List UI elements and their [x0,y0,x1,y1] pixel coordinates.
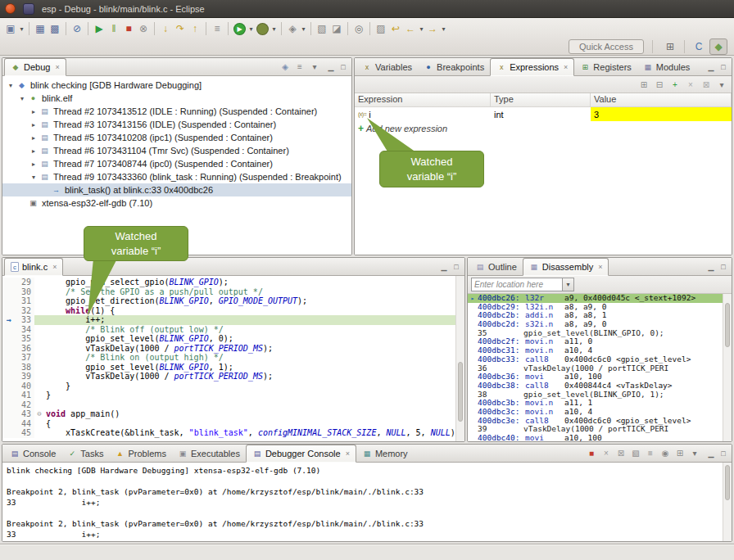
remove-launch-icon[interactable]: × [600,447,613,460]
editor-line[interactable]: 29 gpio_pad_select_gpio(BLINK_GPIO); [2,278,464,287]
editor-line[interactable]: 39 vTaskDelay(1000 / portTICK_PERIOD_MS)… [2,372,464,382]
debug-tree-item[interactable]: ▾●blink.elf [2,92,351,105]
column-header[interactable]: Type [491,93,591,106]
minimize-view-icon[interactable]: ▁ [326,63,336,71]
external-tools-icon[interactable]: ◈ [285,21,300,36]
scrollbar-thumb[interactable] [725,303,730,347]
tree-twisty-icon[interactable]: ▸ [29,121,39,129]
debug-icon[interactable] [256,23,269,35]
save-icon[interactable]: ▦ [33,21,48,36]
open-perspective-icon[interactable]: ⊞ [661,38,679,55]
debug-tree-item[interactable]: ▸▤Thread #5 1073410208 (ipc1) (Suspended… [2,131,351,144]
tab-variables[interactable]: xVariables [356,58,418,75]
close-tab-icon[interactable]: × [564,63,568,71]
editor-line[interactable]: 30 /* Set the GPIO as a push/pull output… [2,287,464,297]
debug-perspective-icon[interactable]: ◆ [709,38,727,55]
debug-tree-item[interactable]: ▾▤Thread #9 1073433360 (blink_task : Run… [2,170,351,183]
disassembly-line[interactable]: 400dbc40:movia10, 100 [468,434,732,441]
editor-scrollbar[interactable] [455,276,464,441]
step-over-icon[interactable]: ↷ [173,21,188,36]
collapse-all-icon[interactable]: ⊟ [653,78,666,91]
tree-twisty-icon[interactable]: ▾ [29,174,39,181]
external-tools-dropdown-icon[interactable]: ▾ [300,21,307,36]
tree-twisty-icon[interactable]: ▸ [29,134,39,142]
disconnect-icon[interactable]: ⊗ [136,21,151,36]
remove-all-launches-icon[interactable]: ⊠ [614,447,628,460]
tab-memory[interactable]: ▦Memory [356,445,414,462]
disassembly-body[interactable]: ▸400dbc26:l32ra9, 0x400d045c <_stext+109… [468,294,732,441]
tab-executables[interactable]: ▣Executables [172,445,246,462]
back-dropdown-icon[interactable]: ▾ [418,21,425,36]
editor-line[interactable]: 31 gpio_set_direction(BLINK_GPIO, GPIO_M… [2,296,464,306]
tab-blink-c[interactable]: cblink.c× [4,258,63,276]
console-body[interactable]: blink checking [GDB Hardware Debugging] … [2,463,732,541]
tree-twisty-icon[interactable]: ▸ [29,147,39,155]
instruction-stepping-icon[interactable]: ≡ [210,21,224,36]
back-icon[interactable]: ← [403,21,418,36]
maximize-view-icon[interactable]: □ [718,263,728,271]
maximize-view-icon[interactable]: □ [451,263,461,271]
connect-process-icon[interactable]: ◈ [279,61,292,74]
editor-line[interactable]: 44{ [2,419,464,429]
minimize-view-icon[interactable]: ▁ [706,263,716,271]
tab-expressions[interactable]: xExpressions× [490,58,574,76]
debug-tree-item[interactable]: →blink_task() at blink.c:33 0x400dbc26 [2,183,351,196]
tab-registers[interactable]: ⊞Registers [574,58,637,75]
close-tab-icon[interactable]: × [52,263,57,271]
quick-access-button[interactable]: Quick Access [569,39,644,54]
tree-twisty-icon[interactable]: ▸ [29,160,39,168]
resume-icon[interactable]: ▶ [92,21,106,36]
remove-expression-icon[interactable]: × [684,78,697,91]
debug-tree-item[interactable]: ▸▤Thread #3 1073413156 (IDLE) (Suspended… [2,118,351,131]
debug-tree-item[interactable]: ▸▤Thread #7 1073408744 (ipc0) (Suspended… [2,157,351,170]
tab-debug[interactable]: ◆Debug× [4,58,66,76]
tab-console[interactable]: ▤Console [4,445,61,462]
close-tab-icon[interactable]: × [55,63,59,71]
location-dropdown-icon[interactable]: ▾ [563,278,574,291]
editor-body[interactable]: 29 gpio_pad_select_gpio(BLINK_GPIO);30 /… [2,276,464,441]
tab-breakpoints[interactable]: ●Breakpoints [418,58,490,75]
skip-all-breakpoints-icon[interactable]: ⊘ [70,21,84,36]
add-expression-row[interactable]: +Add new expression [355,121,732,135]
tab-problems[interactable]: ▲Problems [109,445,171,462]
terminate-console-icon[interactable]: ■ [585,447,598,460]
editor-line[interactable]: 43⊖void app_main() [2,409,464,419]
view-menu-dropdown-icon[interactable]: ▾ [308,61,321,74]
editor-line[interactable]: 45 xTaskCreate(&blink_task, "blink_task"… [2,428,464,438]
suspend-icon[interactable]: ‖ [106,21,121,36]
expressions-view-menu-icon[interactable]: ▾ [715,78,728,91]
expression-row[interactable]: (x)=iint3 [355,107,732,121]
editor-line[interactable]: 36 vTaskDelay(1000 / portTICK_PERIOD_MS)… [2,344,464,354]
editor-line[interactable]: 35 gpio_set_level(BLINK_GPIO, 0); [2,334,464,344]
scrollbar-thumb[interactable] [458,362,463,422]
disassembly-line[interactable]: 400dbc33:call80x400dc6c0 <gpio_set_level… [468,355,732,364]
new-project-icon[interactable]: ▧ [315,21,329,36]
tab-disassembly[interactable]: ▦Disassembly× [523,258,609,276]
add-expression-toolbar-icon[interactable]: + [668,78,682,91]
close-tab-icon[interactable]: × [598,263,602,271]
debug-dropdown-icon[interactable]: ▾ [270,21,278,36]
scroll-lock-icon[interactable]: ≡ [644,447,657,460]
close-tab-icon[interactable]: × [346,449,350,458]
terminate-icon[interactable]: ■ [121,21,136,36]
debug-tree-item[interactable]: ▸▤Thread #6 1073431104 (Tmr Svc) (Suspen… [2,144,351,157]
editor-line[interactable]: 42 [2,400,464,410]
new-wizard-icon[interactable]: ▣ [3,21,18,36]
show-types-icon[interactable]: ⊞ [637,78,650,91]
scrollbar-thumb[interactable] [725,465,730,500]
debug-tree-item[interactable]: ▾◆blink checking [GDB Hardware Debugging… [2,79,351,92]
editor-line[interactable]: 32 while(1) { [2,306,464,316]
editor-line[interactable]: 40 } [2,382,464,391]
save-all-icon[interactable]: ▩ [48,21,62,36]
editor-line[interactable]: 34 /* Blink off (output low) */ [2,325,464,335]
pin-console-icon[interactable]: ◉ [659,447,672,460]
disassembly-line[interactable]: 400dbc38:call80x400844c4 <vTaskDelay> [468,382,732,391]
remove-all-expressions-icon[interactable]: ⊠ [700,78,713,91]
minimize-view-icon[interactable]: ▁ [706,449,716,458]
open-console-dropdown-icon[interactable]: ▾ [688,447,701,460]
editor-line[interactable]: 41} [2,391,464,400]
minimize-view-icon[interactable]: ▁ [439,263,449,271]
forward-dropdown-icon[interactable]: ▾ [440,21,447,36]
tab-tasks[interactable]: ✓Tasks [61,445,109,462]
open-console-icon[interactable]: ⊞ [673,447,686,460]
